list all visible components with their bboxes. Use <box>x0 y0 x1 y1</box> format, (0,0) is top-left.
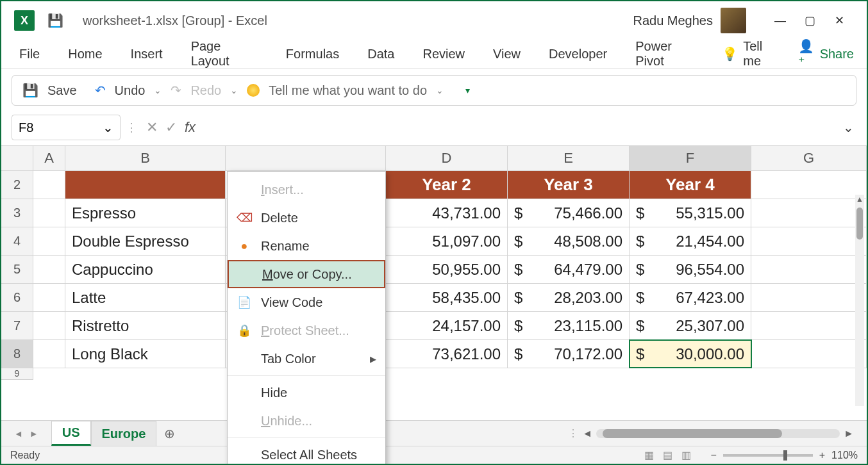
cell[interactable] <box>751 256 867 283</box>
cell[interactable] <box>33 284 65 311</box>
select-all-triangle[interactable] <box>1 146 33 170</box>
zoom-slider[interactable] <box>723 454 813 457</box>
cell-value[interactable]: 43,731.00 <box>386 199 508 227</box>
cell[interactable] <box>33 256 65 283</box>
zoom-thumb[interactable] <box>783 450 787 461</box>
cell-value[interactable]: $23,115.00 <box>508 312 630 339</box>
cell[interactable] <box>751 199 867 227</box>
cell-value[interactable]: 24,157.00 <box>386 312 508 339</box>
cancel-icon[interactable]: ✕ <box>146 119 158 136</box>
tab-power-pivot[interactable]: Power Pivot <box>630 35 704 72</box>
menu-select-all-sheets[interactable]: Select All Sheets <box>228 441 385 465</box>
row-header-5[interactable]: 5 <box>1 256 33 283</box>
cell-product[interactable]: Ristretto <box>65 312 226 339</box>
cell[interactable] <box>33 312 65 339</box>
row-header-4[interactable]: 4 <box>1 227 33 255</box>
scroll-thumb[interactable] <box>856 208 863 240</box>
undo-dropdown[interactable]: ⌄ <box>154 85 162 95</box>
view-page-break-icon[interactable]: ▥ <box>681 449 691 461</box>
cell-value[interactable]: $96,554.00 <box>630 256 751 283</box>
row-header-2[interactable]: 2 <box>1 171 33 199</box>
tab-file[interactable]: File <box>14 43 45 65</box>
cell-value[interactable]: $28,203.00 <box>508 284 630 311</box>
cell-value[interactable]: 58,435.00 <box>386 284 508 311</box>
undo-button[interactable]: Undo <box>115 83 146 98</box>
sheet-tab-europe[interactable]: Europe <box>91 421 157 446</box>
menu-move-or-copy[interactable]: Move or Copy... <box>228 260 385 288</box>
menu-hide[interactable]: Hide <box>228 379 385 407</box>
row-header-6[interactable]: 6 <box>1 284 33 311</box>
menu-view-code[interactable]: 📄View Code <box>228 288 385 316</box>
cell[interactable] <box>33 171 65 199</box>
header-cell-product[interactable] <box>65 171 226 199</box>
fx-icon[interactable]: fx <box>185 119 196 136</box>
cell[interactable] <box>751 340 867 368</box>
col-header-E[interactable]: E <box>508 146 630 170</box>
row-header-3[interactable]: 3 <box>1 199 33 227</box>
row-header-7[interactable]: 7 <box>1 312 33 339</box>
tab-data[interactable]: Data <box>362 43 399 65</box>
row-header-9[interactable]: 9 <box>1 368 33 380</box>
menu-delete[interactable]: ⌫Delete <box>228 204 385 232</box>
user-name[interactable]: Radu Meghes <box>633 13 713 28</box>
quicksave-icon[interactable]: 💾 <box>47 13 63 28</box>
avatar[interactable] <box>721 8 746 33</box>
cell-value[interactable]: $48,508.00 <box>508 227 630 255</box>
tab-developer[interactable]: Developer <box>544 43 612 65</box>
cell-product[interactable]: Long Black <box>65 340 226 368</box>
col-header-D[interactable]: D <box>386 146 508 170</box>
hscroll-left-icon[interactable]: ◄ <box>582 428 592 439</box>
cell-product[interactable]: Latte <box>65 284 226 311</box>
divider-dots[interactable]: ⋮ <box>126 120 137 135</box>
close-button[interactable]: ✕ <box>824 8 854 33</box>
cell-value[interactable]: $75,466.00 <box>508 199 630 227</box>
cell-product[interactable]: Espresso <box>65 199 226 227</box>
extra-dropdown[interactable]: ▾ <box>465 85 470 95</box>
cell-value[interactable]: 50,955.00 <box>386 256 508 283</box>
formula-expand[interactable]: ⌄ <box>843 120 854 135</box>
save-icon[interactable]: 💾 <box>22 83 38 98</box>
scroll-up-icon[interactable]: ▲ <box>855 195 864 206</box>
col-header-G[interactable]: G <box>751 146 867 170</box>
minimize-button[interactable]: — <box>765 8 795 33</box>
share-button[interactable]: 👤⁺ Share <box>798 38 854 69</box>
menu-rename[interactable]: ●Rename <box>228 232 385 260</box>
sheet-nav[interactable]: ◄► <box>1 428 51 439</box>
nav-prev-icon[interactable]: ◄ <box>14 428 23 439</box>
enter-icon[interactable]: ✓ <box>165 119 177 136</box>
add-sheet-button[interactable]: ⊕ <box>156 426 182 441</box>
tellme-dropdown[interactable]: ⌄ <box>436 85 444 95</box>
cell-value[interactable]: $21,454.00 <box>630 227 751 255</box>
name-box[interactable]: F8 ⌄ <box>12 115 121 140</box>
zoom-out-icon[interactable]: − <box>710 450 716 461</box>
cell[interactable] <box>751 284 867 311</box>
cell-value[interactable]: $55,315.00 <box>630 199 751 227</box>
chevron-down-icon[interactable]: ⌄ <box>103 120 113 135</box>
tellme-ribbon[interactable]: 💡 Tell me <box>722 39 778 69</box>
cell[interactable] <box>33 227 65 255</box>
tab-insert[interactable]: Insert <box>126 43 168 65</box>
tab-formulas[interactable]: Formulas <box>281 43 344 65</box>
cell-value[interactable]: $25,307.00 <box>630 312 751 339</box>
row-header-8[interactable]: 8 <box>1 340 33 368</box>
menu-tab-color[interactable]: Tab Color▸ <box>228 345 385 373</box>
zoom-in-icon[interactable]: + <box>819 450 825 461</box>
undo-icon[interactable]: ↶ <box>95 83 106 98</box>
tab-home[interactable]: Home <box>63 43 107 65</box>
tellme-prompt[interactable]: Tell me what you want to do <box>269 83 427 98</box>
cell[interactable] <box>751 171 867 199</box>
sheet-tab-us[interactable]: US <box>51 421 91 446</box>
cell-value[interactable]: $67,423.00 <box>630 284 751 311</box>
cell[interactable] <box>33 340 65 368</box>
tab-page-layout[interactable]: Page Layout <box>186 35 263 72</box>
cell-selected-F8[interactable]: $30,000.00 <box>630 340 751 368</box>
tab-review[interactable]: Review <box>417 43 470 65</box>
view-page-layout-icon[interactable]: ▤ <box>663 449 672 461</box>
formula-input[interactable] <box>204 115 838 140</box>
hscroll-right-icon[interactable]: ► <box>844 428 854 439</box>
nav-next-icon[interactable]: ► <box>29 428 38 439</box>
cell[interactable] <box>751 227 867 255</box>
save-button[interactable]: Save <box>47 83 77 98</box>
horizontal-scrollbar[interactable] <box>596 429 840 438</box>
cell-product[interactable]: Cappuccino <box>65 256 226 283</box>
